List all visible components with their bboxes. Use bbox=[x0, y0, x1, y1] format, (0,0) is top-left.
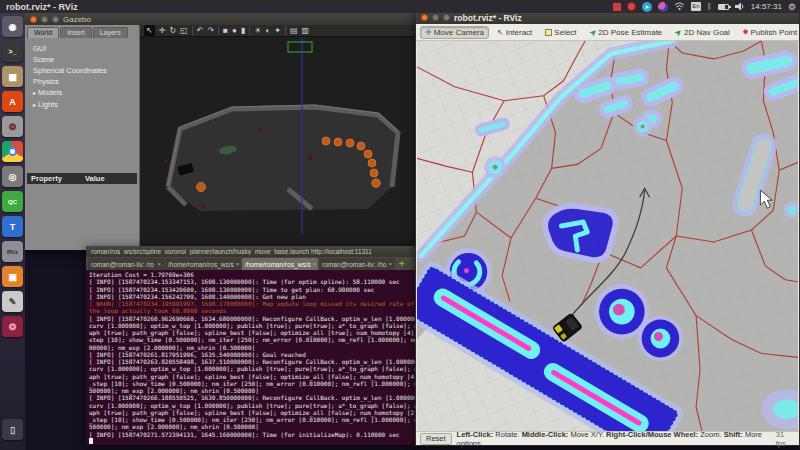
wifi-icon[interactable] bbox=[674, 2, 685, 11]
close-icon[interactable] bbox=[421, 14, 428, 21]
log-line: [ INFO] [1587470234.153420600, 1608.1300… bbox=[89, 286, 426, 293]
launcher-item-blue-app[interactable]: T bbox=[2, 216, 23, 237]
gazebo-left-panel: World Insert Layers GUI Scene Spherical … bbox=[25, 25, 140, 250]
launcher-item-notes[interactable]: ✎ bbox=[2, 291, 23, 312]
copy-icon[interactable]: ▤ bbox=[290, 25, 298, 36]
log-line: [ INFO] [1587470234.153347153, 1608.1300… bbox=[89, 278, 426, 285]
gazebo-titlebar[interactable]: Gazebo bbox=[25, 13, 425, 25]
terminal-cursor bbox=[89, 438, 93, 444]
point-light-icon[interactable]: ☀ bbox=[254, 25, 261, 36]
publish-point-pin-icon: ⬥ bbox=[743, 27, 749, 37]
launcher-item-qtcreator[interactable]: QC bbox=[2, 191, 23, 212]
launcher-item-chrome[interactable] bbox=[2, 141, 23, 162]
minimize-icon[interactable] bbox=[41, 16, 48, 23]
volume-icon[interactable] bbox=[735, 2, 745, 11]
spot-light-icon[interactable]: ◐ bbox=[265, 25, 270, 36]
cylinder-shape-icon[interactable]: ▮ bbox=[241, 25, 245, 36]
launcher-item-dash[interactable]: ◉ bbox=[2, 16, 23, 37]
reset-button[interactable]: Reset bbox=[420, 433, 452, 445]
pose-estimate-button[interactable]: ➤ 2D Pose Estimate bbox=[585, 26, 668, 39]
interact-button[interactable]: ↖ Interact bbox=[492, 26, 537, 39]
move-camera-icon: ✛ bbox=[425, 28, 432, 37]
gazebo-tab-insert[interactable]: Insert bbox=[60, 27, 92, 38]
terminal-icon: >_ bbox=[9, 48, 17, 55]
log-line: step [10]; show_time [0.500000]; nm_iter… bbox=[89, 336, 426, 343]
file-manager-icon: ▦ bbox=[8, 72, 17, 82]
tree-item-lights[interactable]: ▸Lights bbox=[33, 99, 139, 111]
close-icon[interactable] bbox=[30, 16, 37, 23]
tree-item-scene[interactable]: Scene bbox=[33, 54, 139, 65]
launcher-item-terminal[interactable]: >_ bbox=[2, 41, 23, 62]
barrel-single bbox=[197, 183, 206, 192]
log-line: curv [1.000000]; optim_w_top [1.000000];… bbox=[89, 322, 426, 329]
stop-icon[interactable] bbox=[613, 3, 621, 11]
nav-goal-button[interactable]: ➤ 2D Nav Goal bbox=[670, 26, 735, 39]
undo-icon[interactable]: ↶ bbox=[197, 25, 204, 36]
launcher-item-text-editor[interactable]: A bbox=[2, 91, 23, 112]
gazebo-tab-world[interactable]: World bbox=[27, 27, 59, 38]
telegram-icon[interactable]: ➤ bbox=[642, 2, 652, 12]
redo-icon[interactable]: ↷ bbox=[207, 25, 214, 36]
close-icon[interactable]: × bbox=[311, 261, 317, 267]
maximize-icon[interactable] bbox=[443, 14, 450, 21]
select-tool-icon[interactable]: ↖ bbox=[144, 25, 155, 36]
rviz-map-view[interactable] bbox=[417, 41, 798, 431]
terminal-tab-4[interactable]: roman@roman-ilv: /ho× bbox=[319, 258, 395, 270]
launcher-item-files[interactable]: ▦ bbox=[2, 66, 23, 87]
camera-icon: ◎ bbox=[9, 172, 17, 182]
box-shape-icon[interactable]: ■ bbox=[223, 25, 228, 36]
clock[interactable]: 14:57:31 bbox=[751, 2, 782, 11]
gazebo-title: Gazebo bbox=[63, 15, 91, 24]
close-icon[interactable]: × bbox=[155, 261, 161, 267]
gazebo-world-tree: GUI Scene Spherical Coordinates Physics … bbox=[25, 38, 139, 111]
record-icon[interactable] bbox=[627, 2, 636, 11]
gazebo-3d-viewport[interactable]: ↖ ✛ ↻ ◱ ↶ ↷ ■ ● ▮ ☀ ◐ ✦ ▤ bbox=[140, 25, 425, 250]
rotate-tool-icon[interactable]: ↻ bbox=[169, 25, 176, 36]
log-line: 00000]; nm_exp [2.000000]; nm_shrin [0.5… bbox=[89, 344, 426, 351]
battery-icon[interactable] bbox=[718, 4, 729, 10]
terminal-titlebar[interactable]: roman/ros_ws/src/spline_voronoi_planner/… bbox=[86, 246, 426, 257]
terminal-output[interactable]: Iteration Cost = 1.79769e+306 [ INFO] [1… bbox=[86, 270, 426, 445]
gazebo-icon: ▣ bbox=[8, 272, 17, 282]
log-line-warn: [ WARN] [1587470234.195991997, 1608.1700… bbox=[89, 300, 426, 307]
active-window-title: robot.rviz* - RViz bbox=[0, 2, 78, 12]
gazebo-scene[interactable] bbox=[140, 37, 419, 239]
chrome-icon bbox=[8, 147, 17, 156]
terminal-tab-3[interactable]: /home/roman/ros_ws/s× bbox=[242, 258, 318, 270]
gazebo-tab-layers[interactable]: Layers bbox=[93, 27, 128, 38]
tree-item-physics[interactable]: Physics bbox=[33, 76, 139, 87]
expand-arrow-icon[interactable]: ▸ bbox=[33, 102, 36, 108]
select-box-icon bbox=[545, 29, 552, 36]
paste-icon[interactable]: ▥ bbox=[301, 25, 309, 36]
launcher-item-screenshot[interactable]: ◎ bbox=[2, 166, 23, 187]
sphere-shape-icon[interactable]: ● bbox=[232, 25, 237, 36]
tree-item-models[interactable]: ▸Models bbox=[33, 87, 139, 99]
close-icon[interactable]: × bbox=[234, 261, 240, 267]
maximize-icon[interactable] bbox=[52, 16, 59, 23]
launcher-item-red-app[interactable]: ❂ bbox=[2, 316, 23, 337]
select-button[interactable]: Select bbox=[540, 26, 581, 39]
move-camera-button[interactable]: ✛ Move Camera bbox=[420, 26, 489, 39]
obstacle-seven-shape bbox=[545, 206, 616, 261]
directional-light-icon[interactable]: ✦ bbox=[274, 25, 281, 36]
terminal-tabbar: roman@roman-ilv: /ro× /home/roman/ros_ws… bbox=[86, 257, 426, 270]
tree-item-gui[interactable]: GUI bbox=[33, 43, 139, 54]
session-gear-icon[interactable]: ⚙ bbox=[788, 2, 796, 12]
launcher-item-gazebo[interactable]: ▣ bbox=[2, 266, 23, 287]
terminal-tab-2[interactable]: /home/roman/ros_ws/s× bbox=[165, 258, 241, 270]
new-tab-button[interactable]: + bbox=[396, 258, 407, 270]
keyboard-layout-icon[interactable]: En bbox=[691, 2, 701, 11]
tree-item-spherical-coordinates[interactable]: Spherical Coordinates bbox=[33, 65, 139, 76]
launcher-item-settings[interactable]: ⚙ bbox=[2, 116, 23, 137]
scale-tool-icon[interactable]: ◱ bbox=[180, 25, 188, 36]
publish-point-button[interactable]: ⬥ Publish Point bbox=[738, 25, 800, 39]
launcher-item-rviz[interactable]: RVz bbox=[2, 241, 23, 262]
expand-arrow-icon[interactable]: ▸ bbox=[33, 90, 36, 96]
translate-tool-icon[interactable]: ✛ bbox=[159, 25, 166, 36]
terminal-tab-1[interactable]: roman@roman-ilv: /ro× bbox=[88, 258, 164, 270]
bluetooth-icon[interactable]: ᛒ bbox=[707, 2, 712, 11]
minimize-icon[interactable] bbox=[432, 14, 439, 21]
close-icon[interactable]: × bbox=[386, 261, 392, 267]
launcher-item-trash[interactable]: ▯ bbox=[2, 419, 23, 440]
app-indicator-icon[interactable] bbox=[658, 2, 668, 12]
